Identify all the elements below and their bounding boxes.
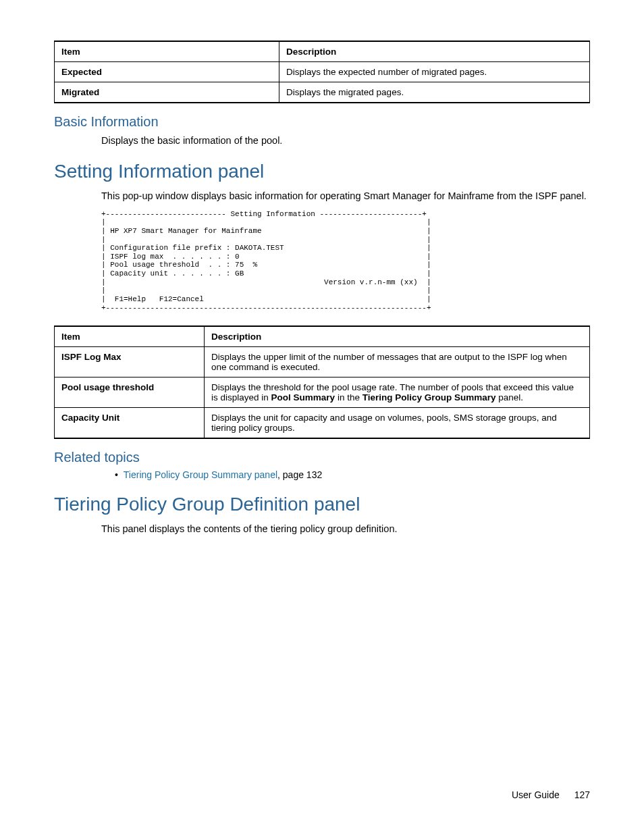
cell-desc: Displays the upper limit of the number o…	[205, 347, 590, 377]
table-row: ISPF Log Max Displays the upper limit of…	[55, 347, 590, 377]
cell-item: Pool usage threshold	[55, 377, 205, 408]
col-description: Description	[279, 41, 590, 62]
table-item-description-2: Item Description ISPF Log Max Displays t…	[54, 325, 590, 439]
text-setting-info: This pop-up window displays basic inform…	[101, 189, 590, 203]
table-row: Expected Displays the expected number of…	[55, 62, 590, 82]
related-topic-suffix: , page 132	[277, 469, 322, 480]
page-footer: User Guide 127	[512, 789, 590, 800]
text-basic-info: Displays the basic information of the po…	[101, 134, 590, 147]
footer-doc-title: User Guide	[512, 789, 560, 800]
text-tiering-definition: This panel displays the contents of the …	[101, 522, 590, 536]
cell-item: Expected	[55, 62, 279, 82]
table-row: Migrated Displays the migrated pages.	[55, 82, 590, 103]
cell-desc: Displays the expected number of migrated…	[279, 62, 590, 82]
cell-item: Migrated	[55, 82, 279, 103]
code-setting-information: +--------------------------- Setting Inf…	[101, 210, 590, 313]
footer-page-number: 127	[574, 789, 590, 800]
heading-basic-information: Basic Information	[54, 114, 590, 130]
link-tiering-policy-group-summary[interactable]: Tiering Policy Group Summary panel	[124, 469, 277, 480]
heading-tiering-policy-group-definition: Tiering Policy Group Definition panel	[54, 494, 590, 515]
heading-setting-info-panel: Setting Information panel	[54, 161, 590, 182]
col-item: Item	[55, 41, 279, 62]
related-topic-item: Tiering Policy Group Summary panel, page…	[115, 469, 590, 480]
cell-desc: Displays the migrated pages.	[279, 82, 590, 103]
col-description: Description	[205, 326, 590, 347]
heading-related-topics: Related topics	[54, 450, 590, 465]
cell-desc: Displays the threshold for the pool usag…	[205, 377, 590, 408]
related-topics-list: Tiering Policy Group Summary panel, page…	[115, 469, 590, 480]
table-item-description-1: Item Description Expected Displays the e…	[54, 41, 590, 103]
col-item: Item	[55, 326, 205, 347]
cell-desc: Displays the unit for capacity and usage…	[205, 408, 590, 439]
cell-item: Capacity Unit	[55, 408, 205, 439]
table-row: Capacity Unit Displays the unit for capa…	[55, 408, 590, 439]
cell-item: ISPF Log Max	[55, 347, 205, 377]
table-row: Pool usage threshold Displays the thresh…	[55, 377, 590, 408]
